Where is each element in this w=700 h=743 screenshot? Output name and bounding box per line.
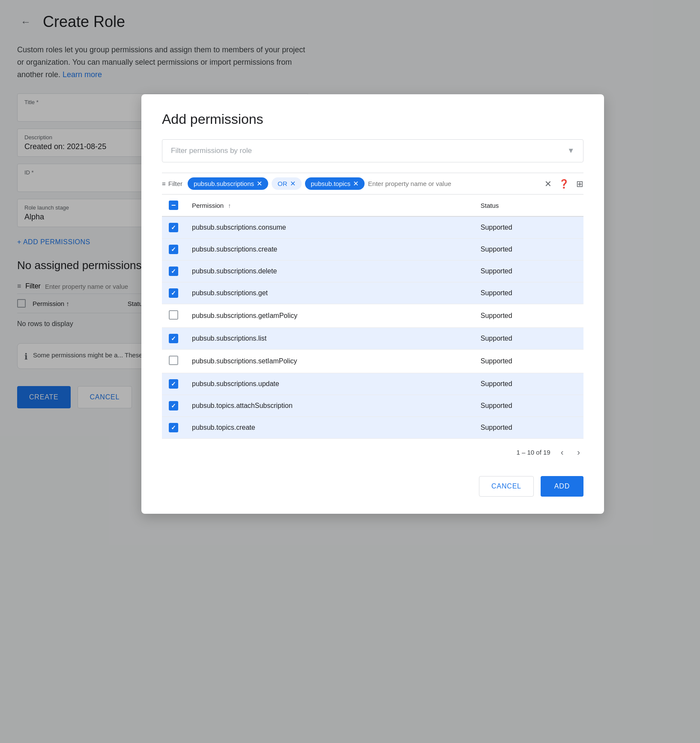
row-checkbox-cell: ✓: [162, 328, 185, 350]
row-checkbox-cell: ✓: [162, 216, 185, 239]
permissions-table: − Permission ↑ Status ✓pubsub.subscripti…: [162, 195, 583, 439]
dialog-filter-input[interactable]: [368, 180, 541, 187]
table-row: ✓pubsub.subscriptions.listSupported: [162, 328, 583, 350]
filter-role-dropdown[interactable]: Filter permissions by role ▼: [162, 139, 583, 162]
help-button[interactable]: ❓: [559, 179, 569, 189]
select-all-checkbox[interactable]: −: [169, 201, 178, 210]
permission-status: Supported: [474, 216, 583, 239]
row-checkbox[interactable]: ✓: [169, 334, 178, 343]
dialog-title: Add permissions: [162, 111, 583, 127]
chip-close-icon[interactable]: ✕: [257, 180, 262, 187]
next-page-button[interactable]: ›: [574, 446, 583, 459]
permission-name: pubsub.subscriptions.setIamPolicy: [185, 350, 474, 373]
pagination-text: 1 – 10 of 19: [516, 449, 550, 456]
table-row: ✓pubsub.subscriptions.consumeSupported: [162, 216, 583, 239]
row-checkbox[interactable]: [169, 356, 178, 365]
permission-header[interactable]: Permission ↑: [185, 195, 474, 216]
table-row: ✓pubsub.topics.attachSubscriptionSupport…: [162, 395, 583, 417]
filter-chips-row: ≡ Filter pubsub.subscriptions ✕ OR ✕ pub…: [162, 173, 583, 195]
prev-page-button[interactable]: ‹: [557, 446, 567, 459]
row-checkbox-cell: ✓: [162, 417, 185, 439]
permission-name: pubsub.topics.create: [185, 417, 474, 439]
chip-or: OR ✕: [272, 177, 302, 190]
chip-label: pubsub.subscriptions: [194, 180, 254, 187]
chip-pubsub-subscriptions: pubsub.subscriptions ✕: [188, 177, 268, 190]
chip-topics-label: pubsub.topics: [311, 180, 351, 187]
table-row: pubsub.subscriptions.getIamPolicySupport…: [162, 304, 583, 328]
row-checkbox[interactable]: ✓: [169, 223, 178, 232]
permission-status: Supported: [474, 261, 583, 282]
table-row: ✓pubsub.subscriptions.getSupported: [162, 282, 583, 304]
filter-lines-icon: ≡: [162, 180, 166, 187]
clear-filter-button[interactable]: ✕: [544, 179, 552, 189]
permission-name: pubsub.subscriptions.list: [185, 328, 474, 350]
row-checkbox-cell: ✓: [162, 395, 185, 417]
table-row: ✓pubsub.subscriptions.createSupported: [162, 239, 583, 261]
permission-status: Supported: [474, 350, 583, 373]
row-checkbox-cell: ✓: [162, 282, 185, 304]
row-checkbox-cell: ✓: [162, 261, 185, 282]
table-header-row: − Permission ↑ Status: [162, 195, 583, 216]
dialog-cancel-button[interactable]: CANCEL: [479, 476, 534, 497]
table-row: pubsub.subscriptions.setIamPolicySupport…: [162, 350, 583, 373]
permission-name: pubsub.subscriptions.update: [185, 373, 474, 395]
table-row: ✓pubsub.subscriptions.updateSupported: [162, 373, 583, 395]
row-checkbox[interactable]: ✓: [169, 423, 178, 432]
status-header: Status: [474, 195, 583, 216]
row-checkbox-cell: ✓: [162, 373, 185, 395]
row-checkbox-cell: ✓: [162, 239, 185, 261]
table-row: ✓pubsub.topics.createSupported: [162, 417, 583, 439]
permission-name: pubsub.subscriptions.get: [185, 282, 474, 304]
permission-status: Supported: [474, 282, 583, 304]
chip-topics-close-icon[interactable]: ✕: [353, 180, 359, 187]
chip-or-close-icon[interactable]: ✕: [290, 180, 296, 187]
sort-icon: ↑: [228, 202, 231, 209]
row-checkbox[interactable]: ✓: [169, 288, 178, 298]
columns-button[interactable]: ⊞: [576, 179, 583, 189]
permission-name: pubsub.subscriptions.getIamPolicy: [185, 304, 474, 328]
row-checkbox-cell: [162, 350, 185, 373]
permission-name: pubsub.subscriptions.create: [185, 239, 474, 261]
permission-status: Supported: [474, 395, 583, 417]
row-checkbox[interactable]: ✓: [169, 245, 178, 254]
add-permissions-dialog: Add permissions Filter permissions by ro…: [141, 94, 604, 514]
filter-text: Filter: [168, 180, 182, 187]
chip-or-label: OR: [278, 180, 287, 187]
filter-actions: ✕ ❓ ⊞: [544, 179, 583, 189]
filter-role-placeholder: Filter permissions by role: [171, 147, 252, 155]
pagination-row: 1 – 10 of 19 ‹ ›: [162, 439, 583, 466]
permission-name: pubsub.subscriptions.delete: [185, 261, 474, 282]
filter-label: ≡ Filter: [162, 180, 182, 187]
row-checkbox-cell: [162, 304, 185, 328]
permission-status: Supported: [474, 417, 583, 439]
row-checkbox[interactable]: [169, 310, 178, 320]
permission-status: Supported: [474, 239, 583, 261]
permission-name: pubsub.subscriptions.consume: [185, 216, 474, 239]
permission-name: pubsub.topics.attachSubscription: [185, 395, 474, 417]
chip-pubsub-topics: pubsub.topics ✕: [305, 177, 365, 190]
permission-status: Supported: [474, 373, 583, 395]
row-checkbox[interactable]: ✓: [169, 267, 178, 276]
row-checkbox[interactable]: ✓: [169, 401, 178, 410]
dropdown-chevron-icon: ▼: [567, 147, 574, 155]
permission-status: Supported: [474, 304, 583, 328]
dialog-footer: CANCEL ADD: [162, 466, 583, 497]
permission-status: Supported: [474, 328, 583, 350]
dialog-add-button[interactable]: ADD: [541, 476, 583, 497]
table-row: ✓pubsub.subscriptions.deleteSupported: [162, 261, 583, 282]
select-all-th: −: [162, 195, 185, 216]
row-checkbox[interactable]: ✓: [169, 379, 178, 389]
